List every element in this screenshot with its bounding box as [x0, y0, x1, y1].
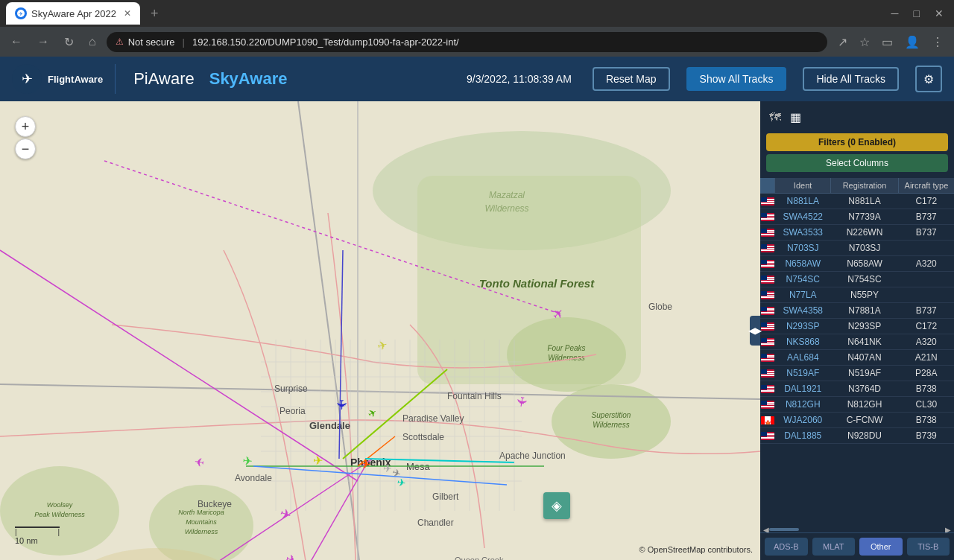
new-tab-button[interactable]: +: [146, 4, 163, 23]
sidebar-header: 🗺 ▦ Filters (0 Enabled) Select Columns: [760, 101, 954, 178]
svg-text:Peoria: Peoria: [279, 406, 306, 416]
reset-map-button[interactable]: Reset Map: [593, 67, 670, 91]
tab-restore-btn[interactable]: □: [909, 6, 924, 21]
aircraft-type: B737: [899, 209, 954, 224]
tab-close-window-btn[interactable]: ✕: [930, 6, 948, 21]
country-flag: [760, 258, 775, 270]
aircraft-list: N881LAN881LAC172SWA4522N7739AB737SWA3533…: [760, 194, 954, 526]
aircraft-registration: N293SP: [830, 319, 898, 334]
aircraft-type: B738: [899, 413, 954, 427]
aircraft-type: A320: [899, 256, 954, 271]
sidebar-toggle-button[interactable]: ◀▶: [750, 316, 760, 346]
sidebar-view-icons: 🗺 ▦: [766, 107, 948, 127]
aircraft-ident: N519AF: [775, 366, 830, 381]
tab-minimize-btn[interactable]: ─: [887, 6, 903, 21]
svg-text:Four Peaks: Four Peaks: [547, 344, 585, 352]
aircraft-type: [899, 277, 954, 281]
tab-favicon: ✈: [15, 7, 27, 19]
mlat-filter-button[interactable]: MLAT: [812, 538, 856, 556]
table-row[interactable]: N812GHN812GHCL30: [760, 397, 954, 413]
aircraft-ident: WJA2060: [775, 413, 830, 427]
home-button[interactable]: ⌂: [84, 32, 101, 51]
svg-text:Wilderness: Wilderness: [593, 421, 629, 429]
other-filter-button[interactable]: Other: [859, 538, 903, 556]
address-input[interactable]: ⚠ Not secure | 192.168.150.220/DUMP1090_…: [107, 32, 827, 52]
map-svg: Mazatzal Wilderness Tonto National Fores…: [0, 101, 760, 560]
bookmark-button[interactable]: ☆: [855, 32, 874, 52]
layers-button[interactable]: ◈: [543, 492, 570, 519]
app-name-colored: SkyAware: [209, 69, 288, 89]
table-row[interactable]: SWA4358N7881AB737: [760, 303, 954, 319]
svg-text:✈: ✈: [383, 462, 392, 474]
sidebar-map-icon-btn[interactable]: 🗺: [766, 107, 784, 127]
svg-text:North Maricopa: North Maricopa: [178, 509, 224, 516]
forward-button[interactable]: →: [33, 32, 54, 51]
ads-b-filter-button[interactable]: ADS-B: [765, 538, 808, 556]
settings-button[interactable]: ⚙: [915, 66, 942, 92]
zoom-out-button[interactable]: −: [15, 139, 36, 159]
type-column-header[interactable]: Aircraft type: [899, 178, 954, 193]
horizontal-scrollbar[interactable]: ◀ ▶: [760, 526, 954, 532]
table-header: Ident Registration Aircraft type: [760, 178, 954, 194]
svg-text:Superstition: Superstition: [592, 411, 631, 419]
sidebar-list-icon-btn[interactable]: ▦: [787, 107, 804, 127]
share-button[interactable]: ↗: [833, 32, 852, 52]
aircraft-type: B737: [899, 303, 954, 318]
svg-text:Apache Junction: Apache Junction: [499, 451, 566, 461]
table-row[interactable]: 🍁WJA2060C-FCNWB738: [760, 413, 954, 428]
sidebar-footer: ADS-B MLAT Other TIS-B: [760, 532, 954, 560]
map-attribution: © OpenStreetMap contributors.: [639, 545, 753, 554]
tab-close-btn[interactable]: ✕: [124, 8, 131, 19]
logo-text: FlightAware: [48, 74, 103, 85]
aircraft-registration: N226WN: [830, 225, 898, 240]
color-column-header: [760, 178, 775, 193]
table-row[interactable]: N703SJN703SJ: [760, 241, 954, 256]
table-row[interactable]: N754SCN754SC: [760, 272, 954, 287]
table-row[interactable]: N881LAN881LAC172: [760, 194, 954, 209]
country-flag: [760, 368, 775, 379]
table-row[interactable]: SWA3533N226WNB737: [760, 225, 954, 241]
reload-button[interactable]: ↻: [60, 32, 78, 52]
layers-icon: ◈: [552, 497, 562, 514]
svg-text:Scottsdale: Scottsdale: [402, 432, 444, 442]
map-area[interactable]: Mazatzal Wilderness Tonto National Fores…: [0, 101, 760, 560]
table-row[interactable]: N658AWN658AWA320: [760, 256, 954, 272]
aircraft-type: C172: [899, 194, 954, 209]
table-row[interactable]: N77LAN55PY: [760, 287, 954, 303]
svg-text:Gilbert: Gilbert: [432, 491, 459, 502]
filters-button[interactable]: Filters (0 Enabled): [766, 133, 948, 151]
profile-button[interactable]: 👤: [900, 32, 924, 52]
aircraft-type: C172: [899, 319, 954, 334]
menu-button[interactable]: ⋮: [927, 32, 948, 52]
zoom-in-button[interactable]: +: [15, 116, 36, 137]
country-flag: [760, 321, 775, 332]
back-button[interactable]: ←: [6, 32, 27, 51]
aircraft-registration: N703SJ: [830, 241, 898, 255]
show-all-tracks-button[interactable]: Show All Tracks: [686, 67, 787, 91]
aircraft-registration: N881LA: [830, 194, 898, 209]
table-row[interactable]: AAL684N407ANA21N: [760, 350, 954, 366]
svg-text:✈: ✈: [334, 399, 349, 410]
table-row[interactable]: NKS868N641NKA320: [760, 334, 954, 350]
ident-column-header[interactable]: Ident: [775, 178, 831, 193]
table-row[interactable]: N519AFN519AFP28A: [760, 366, 954, 381]
select-columns-button[interactable]: Select Columns: [766, 154, 948, 172]
tis-b-filter-button[interactable]: TIS-B: [907, 538, 950, 556]
scrollbar-thumb[interactable]: [769, 528, 799, 531]
hide-all-tracks-button[interactable]: Hide All Tracks: [803, 67, 899, 91]
aircraft-type: [899, 293, 954, 297]
aircraft-ident: N293SP: [775, 319, 830, 334]
registration-column-header[interactable]: Registration: [831, 178, 899, 193]
table-row[interactable]: N293SPN293SPC172: [760, 319, 954, 334]
table-row[interactable]: DAL1921N3764DB738: [760, 381, 954, 397]
table-row[interactable]: SWA4522N7739AB737: [760, 209, 954, 225]
aircraft-registration: N812GH: [830, 397, 898, 412]
aircraft-registration: N7881A: [830, 303, 898, 318]
aircraft-registration: N641NK: [830, 334, 898, 349]
table-row[interactable]: DAL1885N928DUB739: [760, 428, 954, 444]
country-flag: [760, 227, 775, 238]
sidebar-browser-btn[interactable]: ▭: [877, 32, 897, 52]
svg-text:Chandler: Chandler: [417, 518, 454, 528]
active-tab[interactable]: ✈ SkyAware Apr 2022 ✕: [6, 2, 140, 25]
scale-bar: | | 10 nm: [15, 526, 60, 545]
